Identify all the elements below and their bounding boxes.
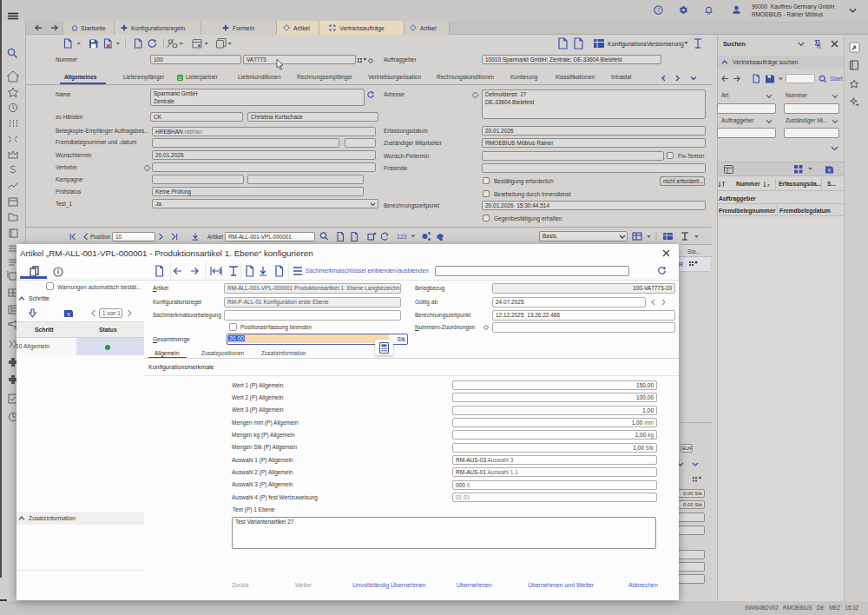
svg-text:D: D (179, 76, 182, 81)
svg-text:X: X (827, 168, 831, 173)
svg-text:?: ? (657, 7, 661, 13)
svg-text:123: 123 (397, 234, 407, 240)
svg-text:z: z (767, 182, 770, 188)
svg-text:R: R (679, 261, 683, 268)
svg-text:KonfigurationsVersionierung: KonfigurationsVersionierung (608, 41, 684, 48)
svg-text:X: X (67, 312, 70, 317)
